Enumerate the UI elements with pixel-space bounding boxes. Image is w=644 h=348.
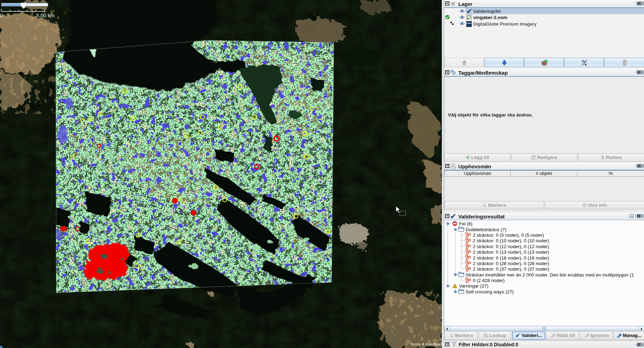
svg-text:Varningar (27): Varningar (27)	[459, 283, 488, 289]
svg-text:0 (2 428 noder): 0 (2 428 noder)	[473, 278, 505, 283]
svg-text:5.00 km: 5.00 km	[36, 12, 55, 18]
svg-text:Fel (8): Fel (8)	[459, 221, 472, 226]
svg-text:2 sträckor: 0 (5 noder), 0 (5: 2 sträckor: 0 (5 noder), 0 (5 noder)	[473, 233, 544, 238]
svg-text:2 sträckor: 0 (28 noder), 0 (2: 2 sträckor: 0 (28 noder), 0 (28 noder)	[473, 261, 549, 266]
svg-text:Dubblettsträckor (7): Dubblettsträckor (7)	[466, 227, 507, 232]
svg-text:2 sträckor: 0 (10 noder), 0 (1: 2 sträckor: 0 (10 noder), 0 (10 noder)	[473, 238, 549, 243]
svg-text:2 sträckor: 0 (37 noder), 0 (3: 2 sträckor: 0 (37 noder), 0 (37 noder)	[473, 266, 549, 272]
svg-text:2 sträckor: 0 (13 noder), 0 (1: 2 sträckor: 0 (13 noder), 0 (13 noder)	[473, 250, 549, 255]
svg-text:0: 0	[0, 12, 3, 18]
svg-text:2 sträckor: 0 (12 noder), 0 (1: 2 sträckor: 0 (12 noder), 0 (12 noder)	[473, 244, 549, 249]
svg-text:2 sträckor: 0 (16 noder), 0 (1: 2 sträckor: 0 (16 noder), 0 (16 noder)	[473, 255, 549, 261]
svg-text:Sträckan innehåller mer än 2 0: Sträckan innehåller mer än 2 000 noder. …	[466, 272, 634, 278]
svg-text:Self crossing ways (27): Self crossing ways (27)	[466, 289, 514, 294]
svg-text:Terms & Feedback: Terms & Feedback	[410, 342, 442, 346]
